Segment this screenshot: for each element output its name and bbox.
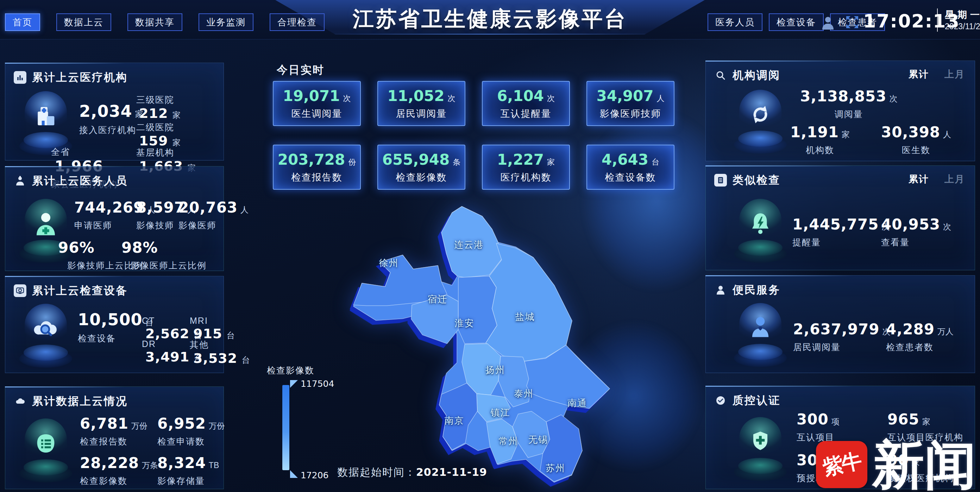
panel-title: 累计上云检查设备 (32, 283, 128, 298)
clock-divider (937, 8, 938, 32)
kpi-unit: 次 (343, 93, 351, 104)
news-watermark-text: 新闻 (872, 438, 977, 490)
note-label: 数据起始时间： (337, 466, 416, 478)
tab-last-month[interactable]: 上月 (945, 173, 965, 186)
shield-plus-icon (747, 428, 773, 454)
panel-title: 累计上云医疗机构 (32, 70, 128, 85)
city-label: 盐城 (515, 311, 535, 323)
clock-date: 2023/11/20 (945, 22, 980, 31)
nav-tab[interactable]: 数据共享 (127, 13, 182, 31)
stat-doctor-count: 30,398人 医生数 (881, 124, 951, 156)
kpi-unit: 家 (547, 157, 555, 168)
panel-title: 累计数据上云情况 (32, 394, 128, 409)
kpi-tile: 203,728份检查报告数 (273, 144, 361, 190)
shield-dome-icon (730, 416, 790, 483)
kpi-value: 203,728 (278, 151, 345, 168)
doctor-figure-icon (32, 210, 59, 238)
kpi-grid: 19,071次医生调阅量11,052次居民调阅量6,104次互认提醒量34,90… (273, 81, 676, 190)
cloud-search-icon (32, 315, 59, 343)
city-label: 南京 (444, 414, 464, 427)
panel-title: 机构调阅 (733, 68, 780, 83)
stat-request-count: 6,952万份 检查申请数 (158, 415, 225, 447)
kpi-tile: 655,948条检查影像数 (377, 144, 465, 190)
stat-view-volume: 40,953次 查看量 (881, 216, 951, 248)
stat-resident-retrieval: 2,637,979次 居民调阅量 (793, 321, 890, 353)
tab-last-month[interactable]: 上月 (945, 68, 965, 81)
alert-dome-icon (730, 198, 790, 265)
city-label: 宿迁 (428, 293, 447, 305)
city-label: 常州 (498, 435, 518, 447)
today-realtime-title: 今日实时 (277, 63, 325, 78)
nav-tab[interactable]: 合理检查 (270, 13, 325, 31)
kpi-unit: 台 (652, 157, 659, 168)
stat-exam-patients: 4,289万人 检查患者数 (886, 321, 954, 353)
kpi-value: 655,948 (382, 151, 450, 168)
report-dome-icon (16, 418, 76, 485)
kpi-label: 医生调阅量 (291, 107, 342, 120)
kpi-label: 居民调阅量 (396, 107, 447, 120)
legend-min-marker (290, 470, 298, 478)
check-circle-icon (714, 394, 727, 407)
nav-tab[interactable]: 数据上云 (56, 13, 111, 31)
hospital-building-icon (32, 102, 59, 130)
top-bar: 江苏省卫生健康云影像平台 首页数据上云数据共享业务监测合理检查 医务人员检查设备… (0, 0, 980, 40)
stat-report-count: 6,781万份 检查报告数 (80, 415, 148, 447)
kpi-value: 19,071 (283, 87, 340, 105)
doctor-icon (14, 175, 26, 187)
bar-chart-icon (14, 71, 26, 84)
ziniu-logo-text: 紫牛 (820, 447, 863, 482)
sync-arrows-icon (747, 101, 773, 127)
city-label: 镇江 (490, 406, 510, 419)
kpi-label: 检查报告数 (291, 171, 342, 184)
tab-cumulative[interactable]: 累计 (908, 68, 929, 81)
kpi-label: 影像医师技师 (600, 107, 661, 120)
search-icon (714, 69, 727, 82)
city-label: 淮安 (455, 317, 474, 329)
person-heart-icon (747, 314, 773, 340)
scanner-icon (14, 284, 26, 297)
jiangsu-map[interactable]: 连云港徐州宿迁淮安盐城扬州泰州南通镇江南京常州无锡苏州 (299, 195, 620, 492)
user-icon (714, 284, 727, 296)
nav-tab[interactable]: 业务监测 (199, 13, 253, 31)
period-tabs: 累计 上月 (908, 68, 965, 81)
resident-dome-icon (730, 302, 790, 369)
kpi-value: 4,643 (601, 151, 648, 168)
city-label: 苏州 (546, 462, 565, 475)
kpi-value: 34,907 (596, 87, 653, 105)
stat-imaging-doctors: 20,763人 影像医师 (178, 199, 248, 231)
city-label: 无锡 (528, 433, 548, 446)
dashboard-root: 江苏省卫生健康云影像平台 首页数据上云数据共享业务监测合理检查 医务人员检查设备… (0, 0, 980, 492)
clock-weekday: 星期一 (945, 8, 980, 21)
legend-max-marker (290, 380, 298, 388)
panel-title: 便民服务 (733, 283, 780, 297)
report-list-icon (32, 430, 59, 457)
stat-tier3-hospitals: 三级医院 212 家 (136, 90, 181, 121)
legend-gradient-bar (282, 385, 290, 470)
stat-storage: 8,324TB 影像存储量 (158, 454, 219, 487)
ziniu-logo: 紫牛 (816, 441, 867, 488)
kpi-label: 检查影像数 (396, 171, 447, 184)
panel-cloud-devices: 累计上云检查设备 10,500台 检查设备 CT 2,562 台 MRI 915… (5, 276, 224, 373)
kpi-tile: 11,052次居民调阅量 (377, 81, 465, 126)
kpi-unit: 人 (657, 93, 665, 104)
fullscreen-icon[interactable] (845, 15, 860, 31)
page-title: 江苏省卫生健康云影像平台 (353, 5, 627, 33)
region-huaian (458, 276, 497, 344)
panel-title: 质控认证 (733, 393, 780, 408)
tab-cumulative[interactable]: 累计 (908, 173, 929, 186)
panel-cloud-institutions: 累计上云医疗机构 2,034家 接入医疗机构 全省 1,966 家公立医疗机构 … (5, 63, 224, 160)
nav-tab[interactable]: 首页 (5, 13, 40, 31)
city-label: 连云港 (454, 238, 484, 251)
nav-tab[interactable]: 检查设备 (769, 13, 824, 31)
kpi-value: 1,227 (497, 151, 544, 168)
kpi-tile: 4,643台检查设备数 (587, 144, 675, 190)
map-legend: 检查影像数 117504 17206 (267, 365, 314, 376)
nav-tab[interactable]: 医务人员 (708, 13, 762, 31)
city-label: 扬州 (485, 363, 505, 376)
user-avatar-icon[interactable] (820, 15, 836, 32)
legend-max-value: 117504 (301, 379, 334, 389)
panel-title: 累计上云医务人员 (32, 173, 128, 188)
period-tabs: 累计 上月 (908, 173, 965, 186)
legend-title: 检查影像数 (267, 365, 314, 376)
kpi-unit: 次 (547, 93, 555, 104)
